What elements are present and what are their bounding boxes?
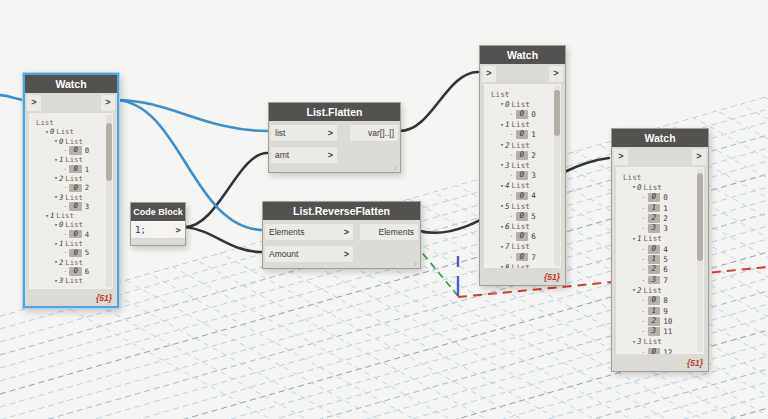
watch-right-output-port[interactable]: > [692,149,706,165]
watch-tree-row[interactable]: ▾·22List [489,140,559,150]
expander-icon[interactable]: ▾ [54,221,58,229]
expander-icon[interactable]: ▾ [45,212,49,220]
input-port[interactable]: Elements > [265,224,353,240]
watch-tree-row[interactable]: ▾·005 [34,248,111,257]
expander-icon[interactable]: ▾ [500,121,504,129]
wire-watchleft-to-flatten-list[interactable] [116,100,267,131]
expander-icon[interactable]: ▾ [632,338,636,346]
watch-tree-row[interactable]: ▾·44List [489,181,559,191]
list-reverseflatten-title[interactable]: List.ReverseFlatten [263,202,420,220]
watch-tree-row[interactable]: ▾·002 [34,183,111,192]
watch-tree-row[interactable]: ▾·115 [621,254,702,264]
watch-tree-row[interactable]: ▾·11List [34,239,111,248]
watch-tree-row[interactable]: ▾·3311 [621,326,702,336]
watch-left-scrollbar[interactable] [106,115,112,287]
watch-tree-row[interactable]: ▾·001 [34,164,111,173]
watch-tree-row[interactable]: ▾·003 [34,202,111,211]
watch-node-right[interactable]: Watch > > ▾·List ▾·00List ▾·000 ▾·111 ▾·… [611,128,709,372]
watch-right-scrollbar[interactable] [697,169,703,352]
watch-right-title[interactable]: Watch [612,129,708,147]
watch-tree-row[interactable]: ▾·004 [489,191,559,201]
expander-icon[interactable]: ▾ [54,156,58,164]
output-port[interactable]: Elements [360,224,418,240]
watch-left-title[interactable]: Watch [25,75,117,93]
watch-tree-row[interactable]: ▾·222 [621,213,702,223]
expander-icon[interactable]: ▾ [632,183,636,191]
watch-tree-row[interactable]: ▾·66List [489,221,559,231]
watch-tree-row[interactable]: ▾·000 [621,193,702,203]
watch-tree-row[interactable]: ▾·2210 [621,316,702,326]
expander-icon[interactable]: ▾ [54,240,58,248]
expander-icon[interactable]: ▾ [632,286,636,294]
code-block-editor[interactable]: 1; > [131,221,185,238]
watch-tree-row[interactable]: ▾·00List [489,99,559,109]
dynamo-workspace-canvas[interactable]: Watch > > ▾·List ▾·00List ▾·00List ▾·000… [0,0,768,419]
watch-tree-row[interactable]: ▾·004 [621,244,702,254]
watch-tree-row[interactable]: ▾·001 [489,130,559,140]
watch-left-input-port[interactable]: > [27,95,41,111]
watch-tree-row[interactable]: ▾·33List [621,337,702,347]
expander-icon[interactable]: ▾ [632,235,636,243]
watch-tree-row[interactable]: ▾·11List [34,211,111,220]
list-flatten-node[interactable]: List.Flatten list > amt > var[]..[] i [268,102,401,173]
watch-tree-row[interactable]: ▾·22List [34,174,111,183]
expander-icon[interactable]: ▾ [54,193,58,201]
watch-tree-row[interactable]: ▾·007 [489,252,559,262]
watch-tree-row[interactable]: ▾·005 [489,211,559,221]
expander-icon[interactable]: ▾ [54,174,58,182]
watch-tree-row[interactable]: ▾·00List [34,127,111,136]
expander-icon[interactable]: ▾ [500,263,504,268]
code-block-title[interactable]: Code Block [131,203,185,221]
watch-right-input-port[interactable]: > [614,149,628,165]
watch-tree-row[interactable]: ▾·337 [621,275,702,285]
watch-tree-row[interactable]: ▾·22List [621,285,702,295]
code-block-node[interactable]: Code Block 1; > [130,202,186,246]
input-port[interactable]: list > [271,125,337,141]
watch-tree-row[interactable]: ▾·008 [621,296,702,306]
watch-node-middle[interactable]: Watch > > ▾·List ▾·00List ▾·000 ▾·11List… [479,45,566,286]
code-text[interactable]: 1; [135,225,146,235]
watch-tree-row[interactable]: ▾·333 [621,223,702,233]
watch-tree-row[interactable]: ▾·55List [489,201,559,211]
watch-tree-row[interactable]: ▾·11List [621,234,702,244]
expander-icon[interactable]: ▾ [54,137,58,145]
watch-tree-row[interactable]: ▾·33List [489,160,559,170]
watch-tree-row[interactable]: ▾·003 [489,171,559,181]
watch-tree-row[interactable]: ▾·000 [34,146,111,155]
watch-tree-row[interactable]: ▾·00List [621,182,702,192]
expander-icon[interactable]: ▾ [54,258,58,266]
output-port[interactable]: var[]..[] [350,125,398,141]
wire-flatten-to-watchmid[interactable] [400,72,478,131]
watch-tree-row[interactable]: ▾·226 [621,265,702,275]
watch-tree-row[interactable]: ▾·List [621,172,702,182]
watch-middle-output-port[interactable]: > [549,66,563,82]
watch-tree-row[interactable]: ▾·006 [34,267,111,276]
watch-tree-row[interactable]: ▾·111 [621,203,702,213]
expander-icon[interactable]: ▾ [500,141,504,149]
expander-icon[interactable]: ▾ [500,223,504,231]
watch-tree-row[interactable]: ▾·002 [489,150,559,160]
expander-icon[interactable]: ▾ [500,100,504,108]
watch-tree-row[interactable]: ▾·0012 [621,347,702,354]
expander-icon[interactable]: ▾ [54,277,58,285]
code-block-output-port[interactable]: > [176,225,181,235]
scrollbar-thumb[interactable] [106,123,112,181]
expander-icon[interactable]: ▾ [45,128,49,136]
expander-icon[interactable]: ▾ [500,182,504,190]
watch-tree-row[interactable]: ▾·List [34,118,111,127]
watch-tree-row[interactable]: ▾·77List [489,242,559,252]
watch-tree-row[interactable]: ▾·33List [34,276,111,285]
watch-tree-row[interactable]: ▾·List [489,89,559,99]
list-reverseflatten-node[interactable]: List.ReverseFlatten Elements > Amount > … [262,201,421,269]
scrollbar-thumb[interactable] [697,173,703,261]
wire-codeblock-to-reverseflatten-amount[interactable] [185,227,261,252]
watch-tree-row[interactable]: ▾·006 [489,232,559,242]
list-flatten-title[interactable]: List.Flatten [269,103,400,121]
watch-tree-row[interactable]: ▾·004 [34,230,111,239]
watch-tree-row[interactable]: ▾·88List [489,262,559,268]
expander-icon[interactable]: ▾ [500,202,504,210]
input-port[interactable]: amt > [271,147,337,163]
expander-icon[interactable]: ▾ [500,243,504,251]
watch-left-output-port[interactable]: > [101,95,115,111]
watch-tree-row[interactable]: ▾·119 [621,306,702,316]
